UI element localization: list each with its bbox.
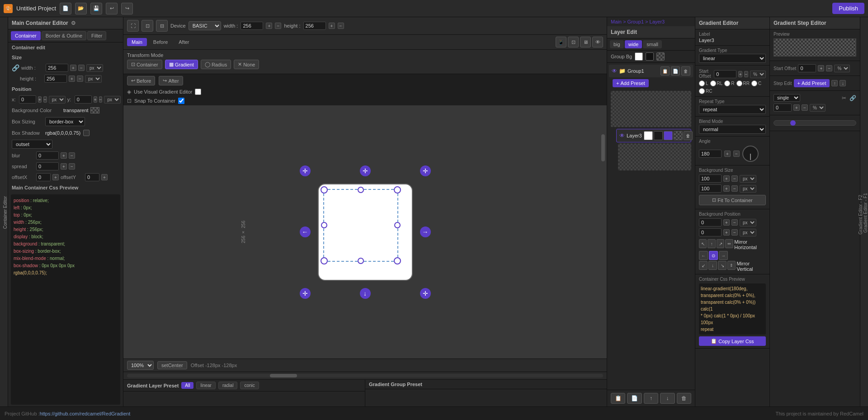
height-plus[interactable]: + xyxy=(69,76,75,82)
fullscreen-btn[interactable]: ⛶ xyxy=(127,20,139,32)
blur-minus[interactable]: − xyxy=(69,152,75,159)
preset-tab-all[interactable]: All xyxy=(181,382,193,389)
fit-btn[interactable]: ⊡ xyxy=(142,20,153,32)
blur-plus[interactable]: + xyxy=(61,152,67,159)
fit-container-btn[interactable]: ⊡ Fit To Container xyxy=(699,195,766,205)
blur-input[interactable] xyxy=(36,151,59,160)
preset-tab-radial[interactable]: radial xyxy=(218,382,237,389)
radio-RC[interactable]: RC xyxy=(699,88,712,94)
project-github-link[interactable]: https://github.com/redcamel/RedGradient xyxy=(40,411,131,416)
mirror-h-label[interactable]: Mirror Horizontal xyxy=(734,239,766,250)
gradient-editor-f2-tab[interactable]: Gradient Editor - F2 xyxy=(858,192,863,237)
gse-val-plus[interactable]: + xyxy=(793,104,800,111)
layer-copy-btn[interactable]: 📋 xyxy=(611,393,625,404)
redo-btn[interactable]: ↪ xyxy=(121,3,133,14)
group1-delete-btn[interactable]: 🗑 xyxy=(681,66,690,76)
undo-btn[interactable]: ↩ xyxy=(106,3,118,14)
mirror-h-btn[interactable]: ⇔ xyxy=(725,239,733,248)
preset-tab-conic[interactable]: conic xyxy=(240,382,259,389)
mirror-v-btn[interactable]: ⇕ xyxy=(727,261,736,270)
x-input[interactable] xyxy=(19,95,36,104)
ge-bg-size-h[interactable] xyxy=(699,184,722,193)
bg-swatch-black[interactable] xyxy=(646,52,654,61)
offsety-input[interactable] xyxy=(85,173,99,181)
x-minus[interactable]: − xyxy=(43,96,47,103)
layer-move-down-btn[interactable]: ↓ xyxy=(660,393,675,404)
canvas-width-input[interactable] xyxy=(241,22,263,30)
after-btn[interactable]: ↪ After xyxy=(159,76,183,85)
gse-offset-plus[interactable]: + xyxy=(818,65,824,71)
angle-plus[interactable]: + xyxy=(724,151,731,157)
radio-RL[interactable]: RL xyxy=(710,80,723,86)
mirror-tr[interactable]: ↗ xyxy=(717,239,724,248)
radio-C[interactable]: C xyxy=(751,80,761,86)
layer3-white-swatch[interactable] xyxy=(644,131,653,140)
mirror-tc[interactable]: ↑ xyxy=(708,239,715,248)
ge-bg-pos-y[interactable] xyxy=(699,228,722,236)
x-unit[interactable]: px xyxy=(49,96,66,104)
box-sizing-select[interactable]: border-box content-box xyxy=(45,117,85,126)
ge-bgw-minus[interactable]: − xyxy=(731,175,738,182)
zoom-select[interactable]: 100% 50% 200% xyxy=(127,361,154,370)
gse-val-input[interactable] xyxy=(774,104,792,112)
group1-header[interactable]: 👁 📁 Group1 📋 📄 🗑 xyxy=(609,65,693,77)
publish-button[interactable]: Publish xyxy=(832,3,864,14)
mirror-mc[interactable]: ⊙ xyxy=(709,251,718,260)
layer-delete-btn[interactable]: 🗑 xyxy=(677,393,691,404)
canvas-width-plus[interactable]: + xyxy=(266,23,272,29)
layer3-item[interactable]: 👁 Layer3 🗑 xyxy=(616,129,691,142)
edge-left[interactable] xyxy=(321,222,327,228)
mirror-v-label[interactable]: Mirror Vertical xyxy=(736,261,766,272)
tab-before[interactable]: Before xyxy=(149,38,172,46)
move-handle-top-left[interactable]: ✛ xyxy=(300,165,311,176)
corner-br[interactable] xyxy=(394,257,401,264)
gradient-mode-btn[interactable]: ▦ Gradient xyxy=(165,60,198,69)
ge-posy-unit[interactable]: px xyxy=(740,229,756,236)
horizontal-scrollbar-thumb[interactable] xyxy=(270,374,297,378)
angle-input[interactable] xyxy=(699,150,722,158)
gse-val-minus[interactable]: − xyxy=(802,104,808,111)
ge-posy-minus[interactable]: − xyxy=(731,229,738,236)
device-select[interactable]: BASIC MOBILE TABLET xyxy=(189,21,221,30)
desktop-view-btn[interactable]: 🖥 xyxy=(580,37,591,47)
width-input[interactable] xyxy=(46,64,68,72)
width-unit[interactable]: px% xyxy=(86,64,103,72)
layer3-checker-swatch[interactable] xyxy=(674,131,683,140)
visual-gradient-checkbox[interactable] xyxy=(195,89,201,95)
tab-border-outline[interactable]: Border & Outline xyxy=(42,31,86,40)
ge-bgw-unit[interactable]: px% xyxy=(740,175,756,183)
group1-paste-btn[interactable]: 📄 xyxy=(671,66,680,76)
size-tab-wide[interactable]: wide xyxy=(625,40,642,48)
tab-container[interactable]: Container xyxy=(11,31,41,40)
ge-bgh-unit[interactable]: px% xyxy=(740,185,756,193)
step-slider-thumb[interactable] xyxy=(790,120,796,126)
gse-offset-input[interactable] xyxy=(798,64,816,72)
tablet-view-btn[interactable]: ⊡ xyxy=(568,37,579,47)
angle-dial[interactable] xyxy=(742,146,759,162)
radio-RR[interactable]: RR xyxy=(736,80,750,86)
spread-plus[interactable]: + xyxy=(61,163,67,170)
size-tab-big[interactable]: big xyxy=(610,40,624,48)
before-btn[interactable]: ↩ Before xyxy=(127,76,155,85)
layer3-dark-swatch[interactable] xyxy=(654,131,663,140)
size-tab-small[interactable]: small xyxy=(643,40,662,48)
layer3-purple-swatch[interactable] xyxy=(664,131,673,140)
container-mode-btn[interactable]: ⊡ Container xyxy=(127,60,162,69)
angle-minus[interactable]: − xyxy=(733,151,740,157)
ge-posy-plus[interactable]: + xyxy=(723,229,730,236)
edge-top[interactable] xyxy=(358,187,364,193)
move-handle-left[interactable]: ← xyxy=(300,227,311,237)
snap-checkbox[interactable] xyxy=(178,98,184,104)
layer-paste-btn[interactable]: 📄 xyxy=(627,393,642,404)
box-shadow-swatch[interactable] xyxy=(83,130,90,136)
canvas-area[interactable]: 256 × 256 ✛ ← → ↓ ✛ ✛ ✛ ✛ xyxy=(123,105,607,359)
scissors-icon[interactable]: ✂ xyxy=(842,95,846,101)
ge-bgh-minus[interactable]: − xyxy=(731,185,738,192)
move-handle-bottom-left[interactable]: ✛ xyxy=(300,288,311,299)
tab-after[interactable]: After xyxy=(174,38,193,46)
height-minus[interactable]: − xyxy=(77,76,83,82)
move-handle-bottom-right[interactable]: ✛ xyxy=(420,288,431,299)
canvas-height-input[interactable] xyxy=(303,22,326,30)
mirror-bl[interactable]: ↙ xyxy=(699,261,708,270)
ge-bgh-plus[interactable]: + xyxy=(723,185,730,192)
